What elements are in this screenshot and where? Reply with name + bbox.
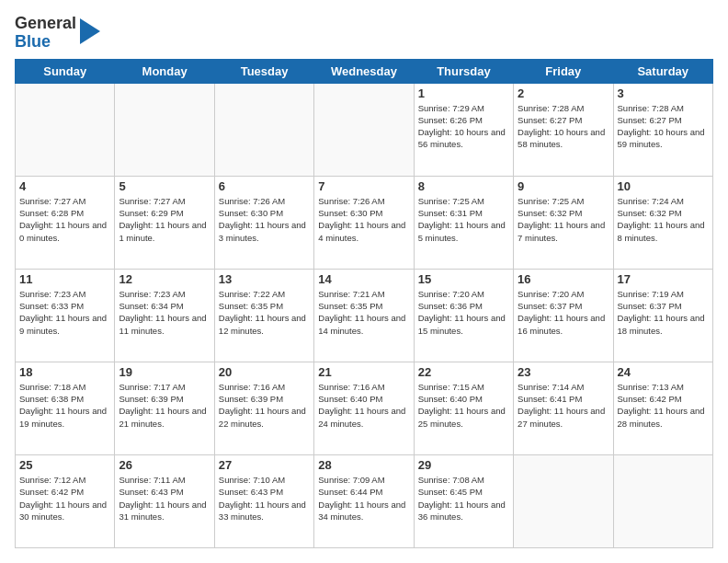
day-of-week-header: Wednesday [314,59,414,83]
calendar-cell: 18Sunrise: 7:18 AM Sunset: 6:38 PM Dayli… [16,362,115,454]
calendar-week-row: 25Sunrise: 7:12 AM Sunset: 6:42 PM Dayli… [16,454,713,547]
day-number: 4 [19,179,110,193]
calendar-cell: 1Sunrise: 7:29 AM Sunset: 6:26 PM Daylig… [414,83,513,176]
day-number: 9 [518,179,609,193]
day-info: Sunrise: 7:16 AM Sunset: 6:40 PM Dayligh… [318,381,409,430]
day-info: Sunrise: 7:26 AM Sunset: 6:30 PM Dayligh… [219,195,310,244]
days-of-week-row: SundayMondayTuesdayWednesdayThursdayFrid… [16,59,713,83]
day-number: 19 [119,365,210,379]
calendar-week-row: 11Sunrise: 7:23 AM Sunset: 6:33 PM Dayli… [16,269,713,362]
day-number: 20 [219,365,310,379]
day-info: Sunrise: 7:27 AM Sunset: 6:29 PM Dayligh… [119,195,210,244]
day-number: 16 [518,272,609,286]
calendar-cell [314,83,414,176]
calendar-cell: 21Sunrise: 7:16 AM Sunset: 6:40 PM Dayli… [314,362,414,454]
calendar-table: SundayMondayTuesdayWednesdayThursdayFrid… [15,59,713,548]
svg-marker-0 [80,18,100,44]
day-number: 25 [19,458,110,472]
day-number: 11 [19,272,110,286]
day-info: Sunrise: 7:08 AM Sunset: 6:45 PM Dayligh… [418,474,509,523]
calendar-cell: 8Sunrise: 7:25 AM Sunset: 6:31 PM Daylig… [414,176,513,269]
calendar-cell [214,83,313,176]
day-number: 10 [618,179,709,193]
calendar-cell: 5Sunrise: 7:27 AM Sunset: 6:29 PM Daylig… [115,176,214,269]
day-info: Sunrise: 7:28 AM Sunset: 6:27 PM Dayligh… [618,102,709,151]
day-number: 17 [618,272,709,286]
logo-blue: Blue [15,33,76,52]
calendar-cell: 7Sunrise: 7:26 AM Sunset: 6:30 PM Daylig… [314,176,414,269]
day-info: Sunrise: 7:19 AM Sunset: 6:37 PM Dayligh… [618,288,709,337]
calendar-week-row: 1Sunrise: 7:29 AM Sunset: 6:26 PM Daylig… [16,83,713,176]
day-number: 26 [119,458,210,472]
logo: General Blue [15,15,100,52]
calendar-cell [613,454,712,547]
calendar-cell: 6Sunrise: 7:26 AM Sunset: 6:30 PM Daylig… [214,176,313,269]
logo-general: General [15,15,76,33]
day-info: Sunrise: 7:16 AM Sunset: 6:39 PM Dayligh… [219,381,310,430]
day-number: 3 [618,86,709,100]
calendar-cell [115,83,214,176]
calendar-cell: 22Sunrise: 7:15 AM Sunset: 6:40 PM Dayli… [414,362,513,454]
day-info: Sunrise: 7:28 AM Sunset: 6:27 PM Dayligh… [518,102,609,151]
day-number: 18 [19,365,110,379]
day-of-week-header: Saturday [613,59,712,83]
calendar-cell: 16Sunrise: 7:20 AM Sunset: 6:37 PM Dayli… [514,269,613,362]
day-info: Sunrise: 7:15 AM Sunset: 6:40 PM Dayligh… [418,381,509,430]
calendar-week-row: 4Sunrise: 7:27 AM Sunset: 6:28 PM Daylig… [16,176,713,269]
calendar-cell: 19Sunrise: 7:17 AM Sunset: 6:39 PM Dayli… [115,362,214,454]
calendar-cell: 17Sunrise: 7:19 AM Sunset: 6:37 PM Dayli… [613,269,712,362]
day-info: Sunrise: 7:29 AM Sunset: 6:26 PM Dayligh… [418,102,509,151]
calendar-cell: 24Sunrise: 7:13 AM Sunset: 6:42 PM Dayli… [613,362,712,454]
calendar-cell: 25Sunrise: 7:12 AM Sunset: 6:42 PM Dayli… [16,454,115,547]
calendar-cell: 23Sunrise: 7:14 AM Sunset: 6:41 PM Dayli… [514,362,613,454]
day-number: 23 [518,365,609,379]
calendar-cell: 11Sunrise: 7:23 AM Sunset: 6:33 PM Dayli… [16,269,115,362]
day-number: 6 [219,179,310,193]
calendar-body: 1Sunrise: 7:29 AM Sunset: 6:26 PM Daylig… [16,83,713,547]
calendar-cell: 15Sunrise: 7:20 AM Sunset: 6:36 PM Dayli… [414,269,513,362]
calendar-cell: 20Sunrise: 7:16 AM Sunset: 6:39 PM Dayli… [214,362,313,454]
day-number: 14 [318,272,409,286]
day-info: Sunrise: 7:26 AM Sunset: 6:30 PM Dayligh… [318,195,409,244]
day-of-week-header: Tuesday [214,59,313,83]
day-info: Sunrise: 7:12 AM Sunset: 6:42 PM Dayligh… [19,474,110,523]
calendar-cell: 29Sunrise: 7:08 AM Sunset: 6:45 PM Dayli… [414,454,513,547]
calendar-cell [16,83,115,176]
day-of-week-header: Monday [115,59,214,83]
day-info: Sunrise: 7:11 AM Sunset: 6:43 PM Dayligh… [119,474,210,523]
day-number: 1 [418,86,509,100]
day-info: Sunrise: 7:23 AM Sunset: 6:33 PM Dayligh… [19,288,110,337]
day-number: 15 [418,272,509,286]
day-info: Sunrise: 7:21 AM Sunset: 6:35 PM Dayligh… [318,288,409,337]
calendar-cell: 10Sunrise: 7:24 AM Sunset: 6:32 PM Dayli… [613,176,712,269]
day-info: Sunrise: 7:25 AM Sunset: 6:32 PM Dayligh… [518,195,609,244]
day-number: 8 [418,179,509,193]
day-number: 22 [418,365,509,379]
day-info: Sunrise: 7:22 AM Sunset: 6:35 PM Dayligh… [219,288,310,337]
day-info: Sunrise: 7:23 AM Sunset: 6:34 PM Dayligh… [119,288,210,337]
calendar-cell: 4Sunrise: 7:27 AM Sunset: 6:28 PM Daylig… [16,176,115,269]
day-info: Sunrise: 7:18 AM Sunset: 6:38 PM Dayligh… [19,381,110,430]
page-header: General Blue [15,15,713,52]
calendar-cell: 12Sunrise: 7:23 AM Sunset: 6:34 PM Dayli… [115,269,214,362]
day-info: Sunrise: 7:10 AM Sunset: 6:43 PM Dayligh… [219,474,310,523]
day-number: 29 [418,458,509,472]
logo-triangle-icon [80,15,100,48]
day-of-week-header: Thursday [414,59,513,83]
calendar-week-row: 18Sunrise: 7:18 AM Sunset: 6:38 PM Dayli… [16,362,713,454]
day-info: Sunrise: 7:25 AM Sunset: 6:31 PM Dayligh… [418,195,509,244]
day-info: Sunrise: 7:14 AM Sunset: 6:41 PM Dayligh… [518,381,609,430]
calendar-cell: 9Sunrise: 7:25 AM Sunset: 6:32 PM Daylig… [514,176,613,269]
calendar-cell: 28Sunrise: 7:09 AM Sunset: 6:44 PM Dayli… [314,454,414,547]
calendar-cell: 13Sunrise: 7:22 AM Sunset: 6:35 PM Dayli… [214,269,313,362]
day-of-week-header: Friday [514,59,613,83]
day-info: Sunrise: 7:24 AM Sunset: 6:32 PM Dayligh… [618,195,709,244]
day-number: 5 [119,179,210,193]
calendar-cell: 27Sunrise: 7:10 AM Sunset: 6:43 PM Dayli… [214,454,313,547]
calendar-cell: 3Sunrise: 7:28 AM Sunset: 6:27 PM Daylig… [613,83,712,176]
day-info: Sunrise: 7:09 AM Sunset: 6:44 PM Dayligh… [318,474,409,523]
day-number: 27 [219,458,310,472]
day-number: 24 [618,365,709,379]
calendar-cell: 2Sunrise: 7:28 AM Sunset: 6:27 PM Daylig… [514,83,613,176]
day-info: Sunrise: 7:20 AM Sunset: 6:37 PM Dayligh… [518,288,609,337]
